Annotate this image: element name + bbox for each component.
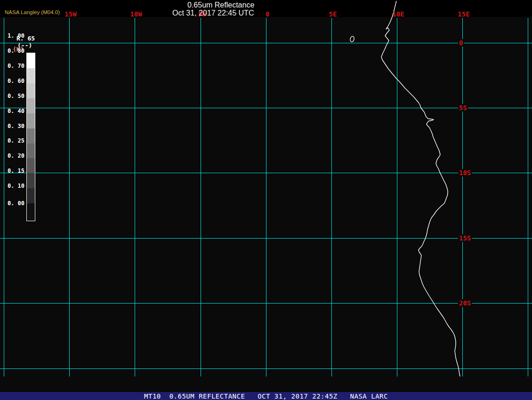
colorbar-gradient [26,53,35,221]
colorbar-tick-1.00: 1. 00 [7,32,24,39]
colorbar-segment [27,113,35,128]
lon-label-15W: 15W [64,10,76,18]
colorbar-tick-0.20: 0. 20 [7,152,24,159]
status-text: MT10 0.65UM REFLECTANCE OCT 31, 2017 22:… [144,392,388,400]
colorbar-tick-0.10: 0. 10 [7,183,24,189]
colorbar-segment [27,83,35,98]
colorbar-tick-0.00: 0. 00 [7,200,24,207]
lon-label-5E: 5E [329,10,337,18]
colorbar-tick-0.15: 0. 15 [7,168,24,174]
page-title: 0.65um Reflectance [187,1,254,9]
colorbar-tick-0.50: 0. 50 [7,93,24,99]
coastline [381,1,460,376]
island-outline [350,36,355,42]
satellite-image-viewer: NASA Langley (M04.0) 0.65um Reflectance … [0,0,532,400]
map-canvas [0,0,532,400]
colorbar-tick-0.80: 0. 80 [7,48,24,54]
colorbar-segment [27,53,35,68]
lon-label-0: 0 [266,10,269,18]
lat-label-20S: 20S [458,299,472,307]
lat-label-15S: 15S [458,234,472,242]
status-bar: MT10 0.65UM REFLECTANCE OCT 31, 2017 22:… [0,392,532,400]
lat-label-0: 0 [458,39,464,47]
colorbar-segment [27,203,35,221]
colorbar-segment [27,128,35,144]
lat-label-10S: 10S [458,169,472,176]
colorbar-segment [27,98,35,113]
colorbar: R. 65 (--) (K) 1. 000. 800. 700. 600. 50… [0,17,47,215]
colorbar-tick-0.25: 0. 25 [7,137,24,144]
colorbar-segment [27,68,35,83]
colorbar-tick-0.70: 0. 70 [7,63,24,69]
colorbar-tick-0.40: 0. 40 [7,108,24,114]
colorbar-segment [27,144,35,158]
credit-label: NASA Langley (M04.0) [5,9,60,15]
colorbar-segment [27,158,35,173]
colorbar-segment [27,188,35,203]
lat-label-5S: 5S [458,104,468,112]
colorbar-tick-0.60: 0. 60 [7,78,24,84]
colorbar-tick-0.30: 0. 30 [7,123,24,129]
lon-label-10W: 10W [130,10,142,18]
colorbar-segment [27,173,35,188]
timestamp-label: Oct 31, 2017 22:45 UTC [172,9,254,17]
lon-label-15E: 15E [458,10,469,18]
lon-label-10E: 10E [392,10,404,18]
